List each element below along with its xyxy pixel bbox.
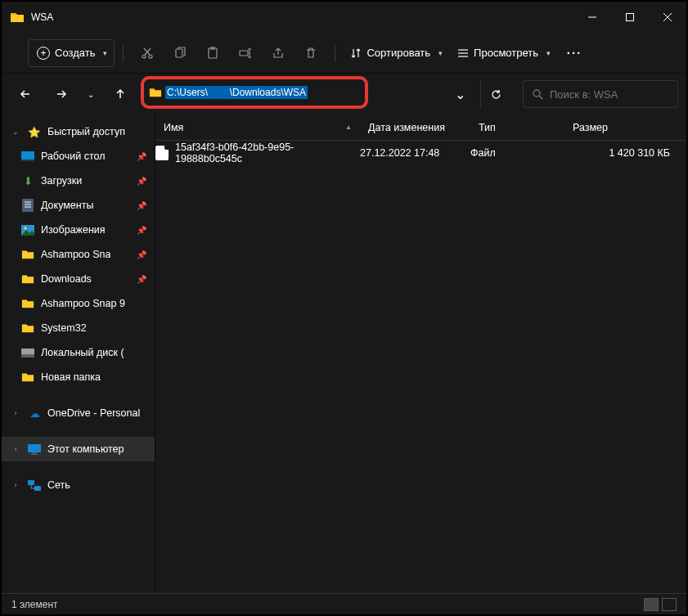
desktop-icon bbox=[21, 150, 34, 163]
pin-icon: 📌 bbox=[137, 177, 146, 186]
more-button[interactable]: ··· bbox=[559, 39, 590, 67]
new-label: Создать bbox=[55, 47, 95, 59]
file-date: 27.12.2022 17:48 bbox=[360, 147, 470, 159]
view-buttons bbox=[644, 598, 677, 611]
copy-icon[interactable] bbox=[164, 39, 196, 67]
onedrive-icon: ☁ bbox=[28, 407, 41, 420]
sidebar-item-folder[interactable]: Новая папка bbox=[2, 365, 155, 389]
file-icon bbox=[155, 146, 169, 160]
paste-icon[interactable] bbox=[197, 39, 228, 67]
title-bar: WSA bbox=[2, 2, 686, 33]
body: ⌄ ⭐ Быстрый доступ Рабочий стол📌 ⬇Загруз… bbox=[2, 115, 686, 593]
pc-icon bbox=[28, 443, 41, 456]
column-headers: Имя▲ Дата изменения Тип Размер bbox=[155, 115, 686, 141]
chevron-down-icon[interactable]: ⌄ bbox=[10, 128, 21, 136]
sidebar-onedrive[interactable]: ›☁OneDrive - Personal bbox=[2, 401, 155, 425]
pictures-icon bbox=[21, 223, 34, 236]
column-name[interactable]: Имя▲ bbox=[155, 115, 360, 140]
folder-icon bbox=[21, 371, 34, 384]
sidebar-quick-access[interactable]: ⌄ ⭐ Быстрый доступ bbox=[2, 119, 155, 144]
share-icon[interactable] bbox=[263, 39, 294, 67]
view-button[interactable]: Просмотреть ▾ bbox=[451, 39, 557, 67]
cut-icon[interactable] bbox=[132, 39, 163, 67]
recent-button[interactable]: ⌄ bbox=[82, 80, 100, 108]
sidebar-this-pc[interactable]: ›Этот компьютер bbox=[2, 437, 155, 461]
explorer-window: WSA + Создать ▾ Сортировать ▾ Просмотрет… bbox=[0, 0, 688, 616]
svg-point-4 bbox=[142, 55, 146, 58]
sidebar-network[interactable]: ›Сеть bbox=[2, 473, 155, 497]
sort-button[interactable]: Сортировать ▾ bbox=[344, 39, 449, 67]
close-button[interactable] bbox=[649, 2, 686, 33]
svg-point-27 bbox=[25, 227, 27, 229]
new-button[interactable]: + Создать ▾ bbox=[28, 39, 115, 67]
chevron-down-icon: ▾ bbox=[546, 49, 551, 57]
svg-point-5 bbox=[149, 55, 152, 58]
view-icon bbox=[457, 47, 469, 59]
svg-line-6 bbox=[145, 48, 151, 55]
network-icon bbox=[28, 479, 41, 492]
folder-icon bbox=[149, 87, 162, 98]
search-placeholder: Поиск в: WSA bbox=[550, 88, 618, 101]
navigation-pane[interactable]: ⌄ ⭐ Быстрый доступ Рабочий стол📌 ⬇Загруз… bbox=[2, 115, 155, 593]
folder-icon bbox=[21, 272, 34, 286]
search-box[interactable]: Поиск в: WSA bbox=[523, 80, 678, 108]
drive-icon bbox=[21, 346, 34, 359]
svg-rect-8 bbox=[176, 49, 182, 57]
pin-icon: 📌 bbox=[137, 201, 146, 210]
svg-rect-1 bbox=[627, 14, 634, 21]
plus-icon: + bbox=[37, 47, 50, 60]
sidebar-item-pictures[interactable]: Изображения📌 bbox=[2, 218, 155, 242]
address-dropdown[interactable]: ⌄ bbox=[447, 80, 472, 108]
downloads-icon: ⬇ bbox=[21, 174, 34, 187]
column-date[interactable]: Дата изменения bbox=[360, 115, 470, 140]
file-type: Файл bbox=[470, 147, 564, 159]
column-size[interactable]: Размер bbox=[564, 115, 686, 140]
file-rows[interactable]: 15af34f3-b0f6-42bb-9e95-19888b0c545c 27.… bbox=[155, 141, 686, 593]
sidebar-item-folder[interactable]: System32 bbox=[2, 316, 155, 340]
address-bar[interactable]: C:\Users\ \Downloads\WSA bbox=[141, 76, 368, 109]
chevron-right-icon[interactable]: › bbox=[10, 445, 21, 453]
back-button[interactable] bbox=[10, 80, 41, 108]
file-name: 15af34f3-b0f6-42bb-9e95-19888b0c545c bbox=[175, 142, 360, 164]
address-path[interactable]: C:\Users\ \Downloads\WSA bbox=[165, 86, 308, 99]
folder-icon bbox=[21, 297, 34, 310]
sidebar-item-desktop[interactable]: Рабочий стол📌 bbox=[2, 144, 155, 169]
documents-icon bbox=[21, 199, 34, 212]
maximize-button[interactable] bbox=[611, 2, 649, 33]
sidebar-item-folder[interactable]: Downloads📌 bbox=[2, 267, 155, 291]
sidebar-item-documents[interactable]: Документы📌 bbox=[2, 193, 155, 218]
forward-button[interactable] bbox=[46, 80, 77, 108]
details-view-button[interactable] bbox=[644, 598, 659, 611]
chevron-down-icon: ▾ bbox=[103, 49, 107, 57]
sidebar-item-drive[interactable]: Локальный диск ( bbox=[2, 340, 155, 365]
file-row[interactable]: 15af34f3-b0f6-42bb-9e95-19888b0c545c 27.… bbox=[155, 141, 686, 165]
delete-icon[interactable] bbox=[295, 39, 326, 67]
svg-rect-11 bbox=[240, 51, 248, 56]
column-type[interactable]: Тип bbox=[470, 115, 564, 140]
address-bar-wrap: C:\Users\ \Downloads\WSA bbox=[141, 80, 328, 108]
chevron-right-icon[interactable]: › bbox=[10, 409, 21, 417]
minimize-button[interactable] bbox=[573, 2, 611, 33]
chevron-right-icon[interactable]: › bbox=[10, 481, 21, 489]
separator bbox=[335, 44, 335, 62]
sidebar-item-folder[interactable]: Ashampoo Snap 9 bbox=[2, 291, 155, 316]
command-bar: + Создать ▾ Сортировать ▾ Просмотреть ▾ … bbox=[2, 33, 686, 74]
view-label: Просмотреть bbox=[474, 47, 538, 59]
sort-asc-icon: ▲ bbox=[345, 124, 352, 131]
icons-view-button[interactable] bbox=[662, 598, 677, 611]
sidebar-item-folder[interactable]: Ashampoo Sna📌 bbox=[2, 242, 155, 267]
window-title: WSA bbox=[31, 11, 573, 23]
star-icon: ⭐ bbox=[28, 125, 41, 138]
rename-icon[interactable] bbox=[230, 39, 261, 67]
status-bar: 1 элемент bbox=[2, 593, 686, 614]
pin-icon: 📌 bbox=[137, 226, 146, 235]
sort-icon bbox=[350, 47, 362, 59]
svg-line-19 bbox=[539, 96, 542, 99]
folder-icon bbox=[21, 248, 34, 261]
sidebar-item-downloads[interactable]: ⬇Загрузки📌 bbox=[2, 169, 155, 193]
refresh-button[interactable] bbox=[480, 80, 511, 108]
sort-label: Сортировать bbox=[366, 47, 430, 59]
svg-rect-21 bbox=[21, 160, 34, 161]
up-button[interactable] bbox=[105, 80, 136, 108]
search-icon bbox=[532, 88, 543, 100]
